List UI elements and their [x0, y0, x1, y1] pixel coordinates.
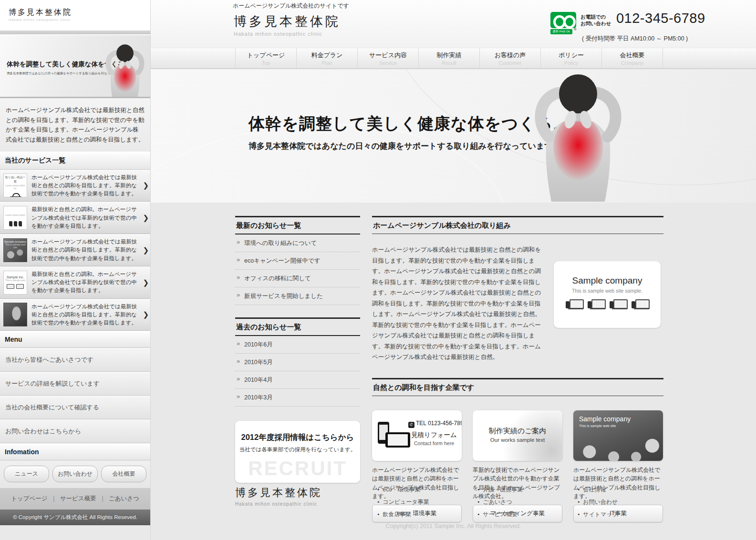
sidebar-divider-band [0, 31, 150, 34]
chevron-right-icon: ❯ [143, 246, 149, 255]
news-button[interactable]: ニュース [4, 466, 49, 482]
news-link[interactable]: 環境への取り組みについて [235, 234, 360, 252]
main-header: ホームページサンプル株式会社のサイトです 博多見本整体院 Hakata miho… [151, 0, 756, 48]
devices-icon [4, 284, 27, 289]
footer-link-service[interactable]: サービス概要 [60, 495, 96, 502]
chevron-right-icon: ❯ [143, 181, 149, 190]
sample-company-card[interactable]: Sample company This is sample web site s… [554, 261, 661, 328]
sidebar-service-item[interactable]: 取り扱い商品一覧 Lorem ipsum dolor sit. ホームページサン… [0, 170, 150, 202]
nav-label: ポリシー [541, 51, 601, 60]
phone-icon: ✆ [408, 422, 414, 428]
nav-item-top[interactable]: トップページ Top [235, 48, 296, 70]
nav-item-result[interactable]: 制作実績 Result [418, 48, 479, 70]
works-title: 制作実績のご案内 [473, 427, 562, 436]
archive-link[interactable]: 2010年5月 [235, 354, 360, 371]
archive-link[interactable]: 2010年6月 [235, 336, 360, 354]
nav-item-plan[interactable]: 料金プラン Plan [296, 48, 357, 70]
footer-link-greeting[interactable]: ごあいさつ [109, 495, 139, 502]
nav-item-customer[interactable]: お客様の声 Customer [479, 48, 540, 70]
footer-link[interactable]: コンピュータ事業 [377, 498, 458, 506]
sidebar-logo-title: 博多見本整体院 [9, 8, 150, 18]
past-news-heading: 過去のお知らせ一覧 [235, 317, 360, 336]
thumb-label: Sample company [4, 240, 27, 243]
sidebar-menu-item-company[interactable]: 当社の会社概要について確認する [0, 396, 150, 419]
service-text: ホームページサンプル株式会社では最新技術と自然との調和を目指します。革新的な技術… [31, 238, 141, 263]
service-thumbnail-shoes: Lorem ipsum dolor [3, 206, 27, 230]
service-thumbnail-devices: Sample inc. This is sample web [3, 271, 27, 295]
footer-column-about: 介護・医療事業 ごあいさつ サービス概要 [477, 486, 559, 523]
tel-line: ✆TEL 0123-456-7890 [408, 420, 460, 428]
nav-sublabel: Top [236, 60, 296, 66]
footer-link[interactable]: サービス概要 [477, 510, 559, 519]
chouwa-heading: 自然との調和を目指す企業です [372, 378, 663, 396]
laptop-phone-icon [588, 299, 605, 310]
sidebar-footer-links: トップページ｜サービス概要｜ごあいさつ [0, 488, 150, 509]
sidebar-description: ホームページサンプル株式会社では最新技術と自然との調和を目指します。革新的な技術… [0, 98, 150, 152]
laptop-phone-icon [632, 299, 649, 310]
chevron-right-icon: ❯ [143, 278, 149, 287]
company-button[interactable]: 会社概要 [101, 466, 146, 482]
site-logo[interactable]: 博多見本整体院 Hakata mihon osteopathic clinic [234, 13, 341, 37]
thumb-label: Lorem ipsum dolor [4, 214, 27, 216]
hero-subtitle: 博多見本整体院ではあなたの日々の健康をサポートする取り組みを行なっています。 [249, 141, 561, 152]
hero-banner: 体幹を調整して美しく健康な体をつくる。 博多見本整体院ではあなたの日々の健康をサ… [151, 69, 756, 203]
footer-link-top[interactable]: トップページ [11, 495, 47, 502]
nav-label: サービス内容 [358, 51, 418, 60]
nav-label: トップページ [236, 51, 296, 60]
nav-item-service[interactable]: サービス内容 Service [357, 48, 418, 70]
device-thumbnails [554, 299, 661, 312]
nav-item-policy[interactable]: ポリシー Policy [540, 48, 601, 70]
nav-sublabel: Service [358, 60, 418, 66]
separator: ｜ [51, 495, 57, 502]
archive-link[interactable]: 2010年3月 [235, 389, 360, 407]
footer-link[interactable]: ごあいさつ [477, 498, 559, 506]
nav-label: 制作実績 [419, 51, 479, 60]
footer-link[interactable]: 介護・医療事業 [477, 486, 559, 494]
archive-link[interactable]: 2010年4月 [235, 371, 360, 389]
thumb-sublabel: This is sample web site [4, 243, 27, 249]
news-link[interactable]: 新規サービスを開始しました [235, 287, 360, 305]
footer-link[interactable]: サイトマップ [578, 510, 659, 519]
footer-link[interactable]: eco・環境事業 [377, 486, 458, 494]
footer-column-business: eco・環境事業 コンピュータ事業 飲食店事業 [377, 486, 458, 523]
sidebar-menu-item-service-detail[interactable]: サービスの詳細を解説しています [0, 372, 150, 396]
recruit-banner[interactable]: 2012年度採用情報はこちらから 当社では各事業部での採用を行なっています。 R… [235, 421, 360, 483]
thumb-label: Sample inc. [4, 275, 27, 279]
footer-link[interactable]: 飲食店事業 [377, 510, 458, 519]
news-link[interactable]: オフィスの移転に関して [235, 270, 360, 287]
nav-sublabel: Policy [541, 60, 601, 66]
chevron-right-icon: ❯ [143, 214, 149, 222]
contact-form-label: Contact form here [408, 440, 460, 446]
service-thumbnail-flowers: Sample company This is sample web site [3, 238, 27, 262]
sample-card-title: Sample company [554, 275, 661, 286]
works-banner[interactable]: 制作実績のご案内 Our works sample text [473, 410, 562, 461]
thumb-sublabel: This is sample web [4, 279, 27, 282]
sidebar-service-item[interactable]: Sample inc. This is sample web 最新技術と自然との… [0, 266, 150, 299]
photo-banner-title: Sample company [579, 415, 631, 423]
contact-button[interactable]: お問い合わせ [52, 466, 98, 482]
nav-label: 会社概要 [602, 51, 663, 60]
back-pain-figure-image [518, 73, 638, 203]
footer-link[interactable]: お問い合わせ [578, 498, 659, 506]
main-navbar: トップページ Top 料金プラン Plan サービス内容 Service 制作実… [151, 48, 756, 69]
photo-banner-subtitle: This is sample web site [579, 424, 616, 428]
main-content: 最新のお知らせ一覧 環境への取り組みについて ecoキャンペーン開催中です オフ… [151, 203, 756, 540]
sample-company-photo-banner[interactable]: Sample company This is sample web site [573, 410, 663, 461]
torikumi-body: ホームページサンプル株式会社では最新技術と自然との調和を目指します。革新的な技術… [372, 234, 544, 363]
sidebar-service-item[interactable]: ホームページサンプル株式会社では最新技術と自然との調和を目指します。革新的な技術… [0, 299, 150, 331]
sidebar-service-item[interactable]: Sample company This is sample web site ホ… [0, 234, 150, 266]
contact-banner[interactable]: ✆TEL 0123-456-7890 見積りフォーム Contact form … [372, 410, 462, 461]
news-link[interactable]: ecoキャンペーン開催中です [235, 252, 360, 270]
thumb-label: 取り扱い商品一覧 [4, 175, 27, 184]
back-pain-figure-image [97, 44, 150, 98]
sidebar-hero-banner: 体幹を調整して美しく健康な体をつくる。 博多見本整体院ではあなたの日々の健康をサ… [0, 34, 150, 98]
sidebar-service-item[interactable]: Lorem ipsum dolor 最新技術と自然との調和。ホームページサンプル… [0, 202, 150, 234]
footer-link[interactable]: 会社情報 [578, 486, 659, 494]
service-text: ホームページサンプル株式会社では最新技術と自然との調和を目指します。革新的な技術… [31, 173, 141, 198]
sidebar-menu-heading: Menu [0, 331, 150, 348]
sidebar-menu-item-contact[interactable]: お問い合わせはこちらから [0, 419, 150, 443]
nav-item-company[interactable]: 会社概要 Company [601, 48, 663, 70]
news-column: 最新のお知らせ一覧 環境への取り組みについて ecoキャンペーン開催中です オフ… [235, 216, 360, 483]
phone-number: 012-345-6789 [616, 10, 705, 26]
sidebar-menu-item-greeting[interactable]: 当社から皆様へごあいさつです [0, 348, 150, 372]
